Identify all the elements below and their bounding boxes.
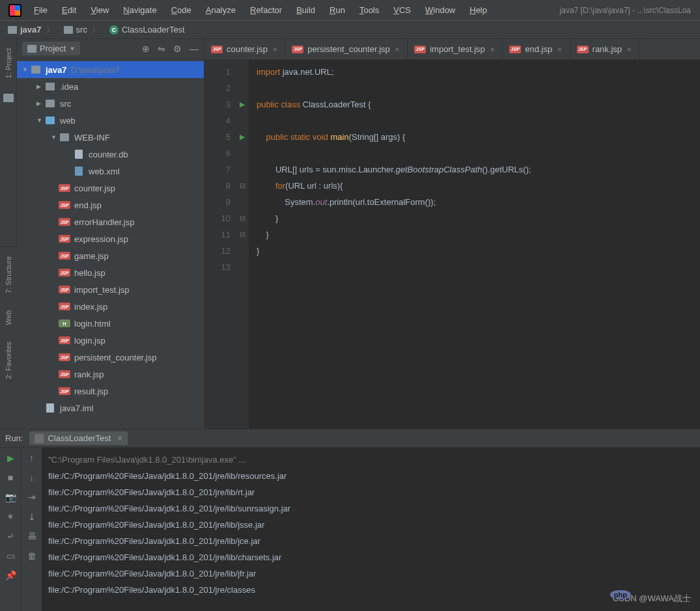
tree-item[interactable]: ▶src	[17, 95, 204, 112]
stop-icon[interactable]: ■	[8, 472, 13, 483]
tree-item[interactable]: ▶.idea	[17, 78, 204, 95]
code-line[interactable]: }	[257, 243, 700, 259]
close-icon[interactable]: ×	[489, 46, 496, 53]
close-icon[interactable]: ×	[556, 46, 563, 53]
locate-icon[interactable]: ⊕	[142, 44, 150, 54]
menu-tools[interactable]: Tools	[353, 3, 385, 18]
print-icon[interactable]: 🖶	[27, 531, 36, 541]
code-line[interactable]: URL[] urls = sun.misc.Launcher.getBootst…	[257, 161, 700, 178]
code-line[interactable]: for(URL url : urls){	[257, 178, 700, 194]
tool-tab-structure[interactable]: 7: Structure	[5, 254, 12, 296]
editor-area: JSPcounter.jsp×JSPpersistent_counter.jsp…	[204, 39, 700, 429]
project-tree[interactable]: ▼java7D:\java\java7▶.idea▶src▼web▼WEB-IN…	[17, 59, 204, 429]
gear-icon[interactable]: ⚙	[173, 44, 182, 54]
tool-tab-project[interactable]: 1: Project	[5, 46, 12, 81]
tree-item[interactable]: JSPrank.jsp	[17, 366, 204, 383]
breadcrumb-folder[interactable]: src 〉	[60, 22, 105, 38]
menu-edit[interactable]: Edit	[55, 3, 83, 18]
trash-icon[interactable]: 🗑	[27, 550, 36, 561]
fold-icon[interactable]: ⊟	[240, 230, 245, 239]
project-view-selector[interactable]: Project ▼	[22, 42, 80, 55]
close-icon[interactable]: ×	[394, 46, 400, 53]
menu-view[interactable]: View	[84, 3, 115, 18]
menu-run[interactable]: Run	[323, 3, 352, 18]
tree-root[interactable]: ▼java7D:\java\java7	[17, 61, 204, 78]
menu-file[interactable]: File	[27, 3, 54, 18]
code-line[interactable]: }	[257, 226, 700, 243]
pin-icon[interactable]: 📌	[5, 570, 16, 580]
layout-icon[interactable]: ▭	[7, 550, 15, 561]
close-icon[interactable]: ×	[626, 46, 632, 53]
run-tab[interactable]: ClassLoaderTest ×	[29, 431, 127, 445]
code-line[interactable]: public class ClassLoaderTest {	[257, 96, 700, 113]
editor-tab[interactable]: JSPend.jsp×	[503, 39, 570, 59]
breadcrumb-project[interactable]: java7 〉	[4, 22, 60, 38]
bookmark-icon[interactable]	[3, 94, 14, 102]
tree-item[interactable]: JSPlogin.jsp	[17, 332, 204, 349]
tree-item[interactable]: web.xml	[17, 163, 204, 180]
menu-build[interactable]: Build	[290, 3, 322, 18]
run-gutter-icon[interactable]: ▶	[240, 133, 245, 141]
tree-item[interactable]: JSPgame.jsp	[17, 247, 204, 264]
tree-item[interactable]: JSPexpression.jsp	[17, 230, 204, 247]
breadcrumb-class[interactable]: C ClassLoaderTest	[105, 23, 189, 36]
tree-item[interactable]: JSPpersistent_counter.jsp	[17, 349, 204, 366]
line-number: 5	[204, 129, 231, 145]
tree-item[interactable]: JSPerrorHandler.jsp	[17, 213, 204, 230]
run-gutter-icon[interactable]: ▶	[240, 100, 245, 109]
tree-item[interactable]: ▼WEB-INF	[17, 129, 204, 146]
collapse-icon[interactable]: ⇋	[158, 44, 165, 54]
fold-icon[interactable]: ⊟	[240, 182, 245, 190]
code-line[interactable]: }	[257, 210, 700, 226]
code-line[interactable]: public static void main(String[] args) {	[257, 129, 700, 145]
menu-window[interactable]: Window	[419, 3, 462, 18]
tree-item[interactable]: JSPimport_test.jsp	[17, 281, 204, 298]
editor-tab[interactable]: JSPpersistent_counter.jsp×	[285, 39, 408, 59]
menu-code[interactable]: Code	[165, 3, 198, 18]
editor-tab[interactable]: JSPcounter.jsp×	[204, 39, 285, 59]
run-toolbar-right: ↑ ↓ ⇥ ⤓ 🖶 🗑	[21, 448, 42, 611]
code-line[interactable]	[257, 145, 700, 161]
code-area[interactable]: import java.net.URL;public class ClassLo…	[249, 60, 700, 429]
console-output[interactable]: "C:\Program Files\Java\jdk1.8.0_201\bin\…	[42, 448, 700, 611]
line-number: 1	[204, 64, 231, 80]
code-line[interactable]: System.out.println(url.toExternalForm())…	[257, 194, 700, 210]
menu-refactor[interactable]: Refactor	[244, 3, 288, 18]
class-icon: C	[109, 25, 119, 34]
tree-item[interactable]: Hlogin.html	[17, 315, 204, 332]
code-line[interactable]	[257, 259, 700, 275]
editor-tab[interactable]: JSPrank.jsp×	[570, 39, 640, 59]
tree-item[interactable]: JSPcounter.jsp	[17, 180, 204, 197]
tree-item[interactable]: JSPend.jsp	[17, 197, 204, 213]
fold-icon[interactable]: ⊟	[240, 214, 245, 223]
hide-icon[interactable]: —	[189, 44, 199, 54]
code-line[interactable]	[257, 113, 700, 129]
menu-vcs[interactable]: VCS	[387, 3, 417, 18]
code-line[interactable]	[257, 80, 700, 96]
tree-item[interactable]: JSPresult.jsp	[17, 383, 204, 400]
editor-tab[interactable]: JSPimport_test.jsp×	[408, 39, 503, 59]
tree-item[interactable]: JSPhello.jsp	[17, 264, 204, 281]
menu-help[interactable]: Help	[463, 3, 494, 18]
scroll-icon[interactable]: ⤓	[28, 511, 36, 522]
editor-body[interactable]: 12345678910111213 ▶▶⊟⊟⊟ import java.net.…	[204, 60, 700, 429]
project-panel-header: Project ▼ ⊕ ⇋ ⚙ —	[17, 39, 204, 59]
down-icon[interactable]: ↓	[29, 472, 34, 483]
exit-icon[interactable]: ⤶	[7, 531, 14, 541]
tree-item[interactable]: ▼web	[17, 112, 204, 129]
menu-navigate[interactable]: Navigate	[117, 3, 163, 18]
close-icon[interactable]: ×	[272, 46, 278, 53]
tree-item[interactable]: java7.iml	[17, 400, 204, 416]
tree-item[interactable]: counter.db	[17, 146, 204, 163]
tool-tab-favorites[interactable]: 2: Favorites	[5, 339, 12, 381]
tree-item[interactable]: JSPindex.jsp	[17, 298, 204, 315]
wrap-icon[interactable]: ⇥	[28, 492, 36, 502]
debug-icon[interactable]: ✶	[7, 511, 14, 522]
tool-tab-web[interactable]: Web	[5, 308, 12, 327]
up-icon[interactable]: ↑	[29, 453, 34, 463]
menu-analyze[interactable]: Analyze	[199, 3, 242, 18]
camera-icon[interactable]: 📷	[5, 492, 16, 502]
code-line[interactable]: import java.net.URL;	[257, 64, 700, 80]
play-icon[interactable]: ▶	[7, 453, 14, 463]
close-icon[interactable]: ×	[117, 433, 122, 443]
